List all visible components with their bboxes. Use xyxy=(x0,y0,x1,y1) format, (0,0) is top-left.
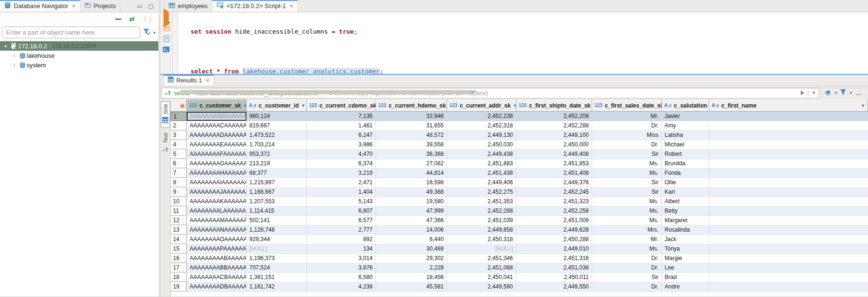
cell-c_first_sales_date_sk[interactable]: Dr. xyxy=(592,254,662,263)
cell-c_current_cdemo_sk[interactable]: 3,219 xyxy=(307,169,376,178)
cell-c_first_shipto_date_sk[interactable]: 2,451,009 xyxy=(516,216,592,225)
cell-c_customer_id[interactable]: 1,114,415 xyxy=(247,207,307,216)
cell-c_first_shipto_date_sk[interactable]: 2,451,038 xyxy=(516,263,592,272)
tab-results-1[interactable]: Results 1 × xyxy=(163,75,214,86)
cell-c_current_hdemo_sk[interactable]: 6,440 xyxy=(376,235,447,244)
cell-c_customer_id[interactable]: 1,196,373 xyxy=(247,254,307,263)
sql-console-button[interactable] xyxy=(163,46,170,53)
cell-c_customer_id[interactable]: 1,161,742 xyxy=(247,282,307,291)
cell-c_salutation[interactable]: Andre xyxy=(662,282,709,291)
cell-c_first_shipto_date_sk[interactable]: 2,449,550 xyxy=(516,282,592,291)
cell-c_first_sales_date_sk[interactable]: Sir xyxy=(592,150,662,159)
chevron-down-icon[interactable]: ▾ xyxy=(153,30,155,35)
row-number[interactable]: 8 xyxy=(171,178,187,187)
cell-c_first_sales_date_sk[interactable]: Ms. xyxy=(592,244,662,253)
cell-c_current_hdemo_sk[interactable]: 44,814 xyxy=(376,169,447,178)
cell-c_current_hdemo_sk[interactable]: 31,655 xyxy=(376,121,447,130)
cell-c_current_addr_sk[interactable]: 2,452,318 xyxy=(447,121,516,130)
row-number[interactable]: 9 xyxy=(171,188,187,197)
cell-c_first_shipto_date_sk[interactable]: 2,449,010 xyxy=(516,244,592,253)
cell-c_current_hdemo_sk[interactable]: 49,388 xyxy=(376,188,447,197)
row-number[interactable]: 16 xyxy=(171,254,187,263)
cell-c_current_addr_sk[interactable]: 2,451,346 xyxy=(447,254,516,263)
cell-c_current_addr_sk[interactable]: 2,451,039 xyxy=(447,216,516,225)
tab-projects[interactable]: Projects xyxy=(81,0,121,12)
cell-c_salutation[interactable]: Betty xyxy=(662,207,709,216)
cell-c_customer_sk[interactable]: AAAAAAAACAAAAAAA xyxy=(187,121,247,130)
cell-c_current_hdemo_sk[interactable]: 30,469 xyxy=(376,244,447,253)
cell-c_customer_id[interactable]: 1,207,553 xyxy=(247,197,307,206)
tree-item-lakehouse[interactable]: › lakehouse xyxy=(0,51,158,60)
cell-c_customer_id[interactable]: 502,141 xyxy=(247,216,307,225)
sort-dropdown-icon[interactable]: ▼ xyxy=(861,103,865,108)
cell-c_current_addr_sk[interactable]: 2,450,041 xyxy=(447,273,516,282)
cell-c_current_cdemo_sk[interactable]: 2,777 xyxy=(307,225,376,234)
cell-c_customer_sk[interactable]: AAAAAAAACBAAAAAA xyxy=(187,273,247,282)
filter-check-icon[interactable] xyxy=(143,28,150,37)
cell-c_first_shipto_date_sk[interactable]: 2,452,288 xyxy=(516,121,592,130)
row-number[interactable]: 18 xyxy=(171,273,187,282)
cell-c_customer_id[interactable]: 1,473,522 xyxy=(247,131,307,140)
cell-c_customer_sk[interactable]: AAAAAAAAKAAAAAAA xyxy=(187,197,247,206)
cell-c_current_addr_sk[interactable]: 2,449,580 xyxy=(447,282,516,291)
cell-c_customer_sk[interactable]: AAAAAAAAJAAAAAAA xyxy=(187,188,247,197)
tree-item-system[interactable]: › system xyxy=(0,60,158,70)
column-header-c_salutation[interactable]: A-zc_salutation▼ xyxy=(662,99,709,111)
cell-c_customer_sk[interactable]: AAAAAAAADBAAAAAA xyxy=(187,282,247,291)
close-icon[interactable]: × xyxy=(72,2,76,9)
explain-plan-button[interactable] xyxy=(163,36,170,42)
cell-c_customer_id[interactable]: 707,524 xyxy=(247,263,307,272)
cell-c_current_addr_sk[interactable]: 2,451,068 xyxy=(447,263,516,272)
row-number[interactable]: 19 xyxy=(171,282,187,291)
chevron-down-icon[interactable]: ▾ xyxy=(850,90,852,95)
cell-c_current_hdemo_sk[interactable]: 2,228 xyxy=(376,263,447,272)
cell-c_first_sales_date_sk[interactable]: Dr. xyxy=(592,121,662,130)
cell-c_first_sales_date_sk[interactable]: Sir xyxy=(592,273,662,282)
cell-c_current_hdemo_sk[interactable]: 14,006 xyxy=(376,225,447,234)
cell-c_current_hdemo_sk[interactable]: 27,082 xyxy=(376,159,447,168)
cell-c_customer_id[interactable]: 68,377 xyxy=(247,169,307,178)
cell-c_current_cdemo_sk[interactable]: 6,807 xyxy=(307,207,376,216)
expander-closed-icon[interactable]: › xyxy=(10,53,18,58)
filter-history-dropdown-icon[interactable]: ▼ xyxy=(812,90,816,95)
cell-c_current_cdemo_sk[interactable]: 4,470 xyxy=(307,150,376,159)
cell-c_first_sales_date_sk[interactable]: Mr. xyxy=(592,112,662,121)
cell-c_first_shipto_date_sk[interactable]: 2,450,000 xyxy=(516,140,592,149)
cell-c_current_hdemo_sk[interactable]: 32,946 xyxy=(376,112,447,121)
presentation-tab-text[interactable]: Text ‹›T xyxy=(161,131,170,156)
tab-script-1[interactable]: <172.18.0.2> Script-1 × xyxy=(212,0,298,12)
minimize-icon[interactable]: ▭ xyxy=(137,3,142,9)
cell-c_current_cdemo_sk[interactable]: 3,986 xyxy=(307,140,376,149)
row-number[interactable]: 13 xyxy=(171,225,187,234)
filter-funnel-icon[interactable] xyxy=(840,89,846,97)
cell-c_first_shipto_date_sk[interactable]: 2,449,376 xyxy=(516,178,592,187)
chevron-down-icon[interactable]: ▾ xyxy=(835,90,837,95)
cell-c_customer_sk[interactable]: AAAAAAAAEAAAAAAA xyxy=(187,140,247,149)
cell-c_salutation[interactable]: Margaret xyxy=(662,216,709,225)
cell-c_customer_sk[interactable]: AAAAAAAAABAAAAAA xyxy=(187,254,247,263)
cell-c_current_cdemo_sk[interactable]: 7,135 xyxy=(307,112,376,121)
cell-c_first_shipto_date_sk[interactable]: 2,451,316 xyxy=(516,254,592,263)
cell-c_customer_id[interactable]: 1,703,214 xyxy=(247,140,307,149)
cell-c_current_addr_sk[interactable]: 2,452,275 xyxy=(447,188,516,197)
cell-c_salutation[interactable]: Michael xyxy=(662,140,709,149)
scrollbar-thumb[interactable] xyxy=(180,90,474,94)
expander-open-icon[interactable]: ▾ xyxy=(2,44,9,49)
eraser-icon[interactable] xyxy=(824,89,831,97)
cell-c_current_cdemo_sk[interactable]: 2,471 xyxy=(307,178,376,187)
cell-c_first_sales_date_sk[interactable]: Mr. xyxy=(592,235,662,244)
cell-c_salutation[interactable]: Ollie xyxy=(662,178,709,187)
cell-c_current_cdemo_sk[interactable]: 892 xyxy=(307,235,376,244)
cell-c_first_sales_date_sk[interactable]: Mrs. xyxy=(592,225,662,234)
row-number[interactable]: 14 xyxy=(171,235,187,244)
cell-c_current_cdemo_sk[interactable]: 6,577 xyxy=(307,216,376,225)
cell-c_customer_id[interactable]: 929,344 xyxy=(247,235,307,244)
cell-c_current_cdemo_sk[interactable]: 6,374 xyxy=(307,159,376,168)
cell-c_salutation[interactable]: Margie xyxy=(662,254,709,263)
cell-c_first_sales_date_sk[interactable]: Sir xyxy=(592,178,662,187)
cell-c_salutation[interactable]: Robert xyxy=(662,150,709,159)
cell-c_first_shipto_date_sk[interactable]: 2,450,011 xyxy=(516,273,592,282)
row-number[interactable]: 12 xyxy=(171,216,187,225)
cell-c_first_sales_date_sk[interactable]: Sir xyxy=(592,188,662,197)
row-number[interactable]: 2 xyxy=(171,121,187,130)
